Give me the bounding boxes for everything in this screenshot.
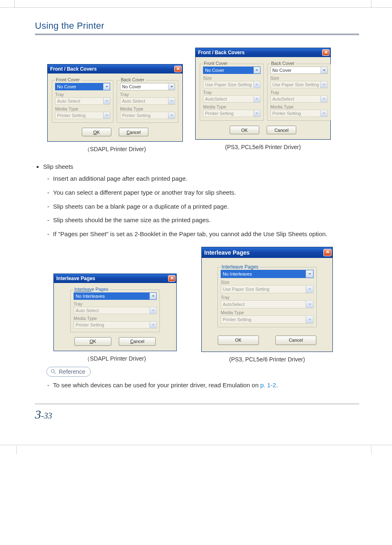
select-value: No Interleaves [221, 271, 306, 276]
select-value: No Cover [271, 68, 321, 73]
front-cover-group: Front Cover No Cover Size Use Paper Size… [200, 64, 264, 121]
dialog-titlebar: Interleave Pages ✕ [54, 274, 176, 283]
select-value: Use Paper Size Setting [203, 82, 254, 87]
figure-caption: （SDAPL Printer Driver) [47, 146, 183, 153]
size-label: Size [221, 280, 314, 285]
chevron-down-icon [150, 322, 156, 328]
chevron-down-icon [103, 112, 110, 119]
media-type-label: Media Type [55, 106, 110, 111]
dialog-titlebar: Front / Back Covers ✕ [48, 64, 182, 74]
svg-point-0 [51, 370, 55, 373]
dialog-title: Front / Back Covers [198, 50, 244, 55]
dialog-title: Interleave Pages [204, 249, 250, 256]
select-value: Auto Select [74, 308, 150, 313]
reference-label: Reference [59, 368, 85, 375]
interleave-group: Interleave Pages No Interleaves Size Use… [217, 267, 317, 327]
media-type-label: Media Type [74, 316, 157, 321]
dialog-titlebar: Front / Back Covers ✕ [196, 48, 330, 57]
heading-rule [35, 34, 359, 35]
reference-text: To see which devices can be used for you… [47, 381, 359, 390]
interleave-select[interactable]: No Interleaves [221, 270, 314, 278]
size-label: Size [270, 76, 328, 80]
magnifier-icon [50, 368, 56, 375]
front-cover-select[interactable]: No Cover [203, 67, 261, 74]
media-type-select: Printer Setting [74, 321, 157, 329]
back-cover-select[interactable]: No Cover [120, 83, 175, 90]
ok-button[interactable]: OK [230, 126, 259, 134]
interleave-select[interactable]: No Interleaves [74, 292, 157, 300]
chevron-down-icon [168, 112, 175, 119]
chevron-down-icon [103, 98, 110, 104]
tray-label: Tray [203, 90, 261, 95]
interleave-pages-dialog-ps3: Interleave Pages ✕ Interleave Pages No I… [201, 247, 333, 352]
group-legend: Front Cover [55, 77, 81, 82]
back-cover-group: Back Cover No Cover Tray Auto Select [117, 80, 178, 123]
select-value: AutoSelect [203, 97, 254, 101]
chevron-down-icon[interactable] [103, 83, 110, 90]
group-legend: Interleave Pages [220, 264, 260, 270]
list-item: Slip sheets can be a blank page or a dup… [47, 202, 359, 211]
text: . [276, 382, 278, 389]
close-icon[interactable]: ✕ [168, 275, 175, 282]
cancel-button[interactable]: Cancel [267, 126, 296, 134]
interleave-pages-dialog-sdapl: Interleave Pages ✕ Interleave Pages No I… [53, 274, 177, 351]
chevron-down-icon [306, 316, 313, 323]
chevron-down-icon[interactable] [168, 83, 175, 90]
chevron-down-icon [321, 110, 327, 117]
tray-label: Tray [270, 90, 328, 95]
page-number: 3-33 [35, 404, 359, 421]
group-legend: Back Cover [120, 77, 145, 82]
close-icon[interactable]: ✕ [174, 66, 182, 72]
chevron-down-icon [306, 301, 313, 308]
chevron-down-icon [254, 96, 260, 102]
select-value: AutoSelect [221, 302, 306, 307]
chevron-down-icon[interactable] [150, 293, 156, 299]
select-value: Printer Setting [55, 113, 103, 118]
size-label: Size [203, 76, 261, 80]
reference-link[interactable]: p. 1-2 [260, 382, 276, 389]
close-icon[interactable]: ✕ [323, 249, 332, 256]
back-cover-group: Back Cover No Cover Size Use Paper Size … [267, 64, 331, 121]
ok-button[interactable]: OK [218, 336, 259, 345]
size-select: Use Paper Size Setting [221, 285, 314, 293]
cancel-button[interactable]: Cancel [119, 128, 148, 136]
chevron-down-icon [254, 110, 260, 117]
size-select: Use Paper Size Setting [203, 81, 261, 88]
chevron-down-icon[interactable] [254, 67, 260, 74]
list-item: Insert an additional page after each pri… [47, 174, 359, 183]
ok-button[interactable]: OK [74, 337, 111, 346]
media-type-label: Media Type [270, 104, 328, 109]
chevron-down-icon[interactable] [321, 67, 327, 74]
cancel-button[interactable]: Cancel [119, 337, 156, 346]
select-value: No Cover [55, 84, 103, 89]
cancel-button[interactable]: Cancel [275, 336, 316, 345]
list-item: Slip sheets should be the same size as t… [47, 216, 359, 225]
tray-label: Tray [74, 301, 157, 306]
text: To see which devices can be used for you… [53, 382, 260, 389]
select-value: Auto Select [55, 99, 103, 103]
media-type-select: Printer Setting [55, 112, 110, 119]
chevron-down-icon [321, 96, 327, 102]
reference-badge: Reference [46, 367, 91, 377]
chevron-down-icon [150, 307, 156, 314]
ok-button[interactable]: OK [82, 128, 111, 136]
page-heading: Using the Printer [35, 21, 359, 34]
tray-select: Auto Select [55, 97, 110, 105]
tray-label: Tray [55, 92, 110, 97]
dialog-titlebar: Interleave Pages ✕ [202, 247, 332, 258]
figure-caption: (PS3, PCL5e/6 Printer Driver) [195, 144, 331, 150]
back-cover-select[interactable]: No Cover [270, 67, 328, 74]
select-value: Printer Setting [120, 113, 168, 118]
chevron-down-icon [254, 81, 260, 88]
select-value: Printer Setting [74, 322, 150, 327]
close-icon[interactable]: ✕ [322, 49, 330, 56]
media-type-select: Printer Setting [120, 112, 175, 119]
chevron-down-icon[interactable] [306, 270, 313, 278]
front-back-covers-dialog-ps3: Front / Back Covers ✕ Front Cover No Cov… [195, 48, 331, 140]
media-type-label: Media Type [221, 310, 314, 315]
front-cover-select[interactable]: No Cover [55, 83, 110, 90]
select-value: No Cover [203, 68, 254, 73]
size-select: Use Paper Size Setting [270, 81, 328, 88]
list-item: If "Pages per Sheet" is set as 2-Booklet… [47, 230, 359, 239]
group-legend: Interleave Pages [73, 287, 110, 292]
